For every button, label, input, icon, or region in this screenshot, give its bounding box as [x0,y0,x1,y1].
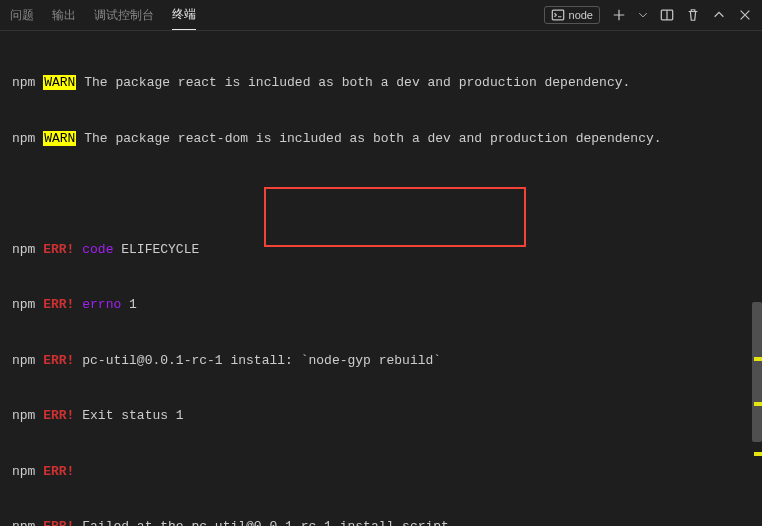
terminal-dropdown-button[interactable] [638,10,648,20]
scrollbar-thumb[interactable] [752,302,762,442]
split-icon [660,8,674,22]
terminal-profile-label: node [569,9,593,21]
chevron-up-icon [712,8,726,22]
svg-rect-0 [552,10,563,20]
err-badge: ERR! [43,519,74,526]
scrollbar-marker [754,452,762,456]
warn-badge: WARN [43,75,76,90]
warn-badge: WARN [43,131,76,146]
split-terminal-button[interactable] [660,8,674,22]
terminal-output[interactable]: npm WARN The package react is included a… [0,31,762,526]
plus-icon [612,8,626,22]
scrollbar-marker [754,402,762,406]
err-badge: ERR! [43,297,74,312]
close-icon [738,8,752,22]
tab-output[interactable]: 输出 [52,1,76,30]
err-badge: ERR! [43,242,74,257]
tab-problems[interactable]: 问题 [10,1,34,30]
new-terminal-button[interactable] [612,8,626,22]
tab-debug-console[interactable]: 调试控制台 [94,1,154,30]
kill-terminal-button[interactable] [686,8,700,22]
panel-tab-bar: 问题 输出 调试控制台 终端 node [0,0,762,31]
err-badge: ERR! [43,353,74,368]
err-badge: ERR! [43,464,74,479]
tab-terminal[interactable]: 终端 [172,0,196,30]
terminal-profile-selector[interactable]: node [544,6,600,24]
terminal-scrollbar[interactable] [752,32,762,526]
scrollbar-marker [754,357,762,361]
err-badge: ERR! [43,408,74,423]
terminal-icon [551,8,565,22]
close-panel-button[interactable] [738,8,752,22]
chevron-down-icon [638,10,648,20]
maximize-panel-button[interactable] [712,8,726,22]
trash-icon [686,8,700,22]
